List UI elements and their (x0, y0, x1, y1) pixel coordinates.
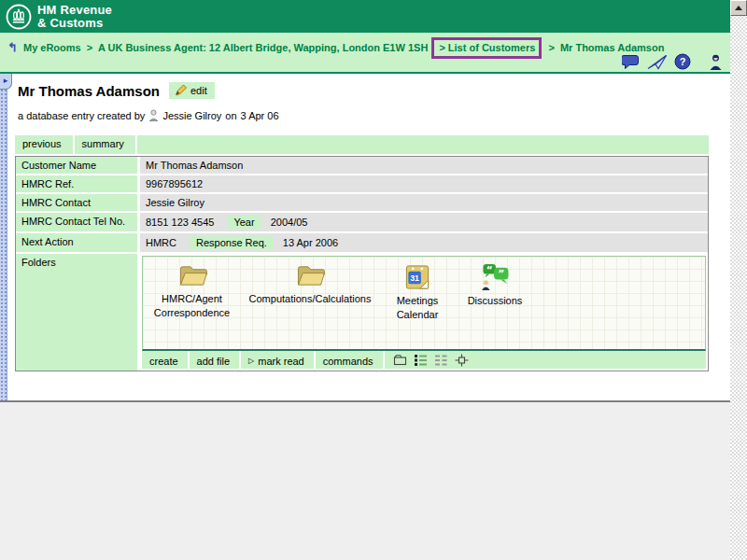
breadcrumb-bar: ↰ My eRooms > A UK Business Agent: 12 Al… (0, 33, 730, 74)
table-row: HMRC Contact Tel No. 8151 123 4545 Year … (16, 213, 708, 233)
folder-label-line2: Correspondence (154, 306, 230, 320)
edit-button-label: edit (190, 85, 207, 96)
crosshair-icon[interactable] (455, 354, 469, 367)
folder-label-line1: HMRC/Agent (154, 292, 230, 306)
folder-label: HMRC/Agent Correspondence (154, 292, 230, 320)
folders-label: Folders (16, 254, 140, 371)
box-view-icon[interactable] (393, 354, 407, 366)
breadcrumb-current-entry[interactable]: Mr Thomas Adamson (560, 42, 664, 53)
field-sub-value: 2004/05 (271, 217, 308, 228)
folder-label-line1: Discussions (468, 294, 523, 308)
title-row: Mr Thomas Adamson edit (18, 82, 712, 99)
hmrc-banner: HM Revenue & Customs (0, 0, 730, 33)
svg-text:”: ” (498, 268, 504, 280)
folder-label-line1: Computations/Calculations (249, 292, 372, 306)
folder-label: Meetings Calendar (397, 294, 439, 322)
breadcrumb-separator: > (545, 42, 557, 53)
folders-canvas: HMRC/Agent Correspondence C (142, 256, 706, 351)
field-label: HMRC Contact Tel No. (16, 213, 140, 231)
svg-text:“: “ (486, 264, 493, 276)
folder-hmrc-agent-correspondence[interactable]: HMRC/Agent Correspondence (143, 263, 241, 320)
folder-label: Computations/Calculations (249, 292, 372, 306)
field-value-cell: HMRC Response Req. 13 Apr 2006 (140, 233, 708, 252)
byline-date: 3 Apr 06 (241, 110, 279, 121)
brand-text: HM Revenue & Customs (37, 4, 112, 30)
top-icon-row: ? (622, 53, 723, 70)
pencil-icon (175, 84, 187, 96)
tab-summary[interactable]: summary (75, 135, 137, 154)
compact-list-icon[interactable] (434, 354, 448, 366)
entry-table: Customer Name Mr Thomas Adamson HMRC Ref… (15, 156, 709, 371)
edit-button[interactable]: edit (169, 82, 215, 99)
page-content: ▸ Mr Thomas Adamson edit a database entr… (0, 74, 730, 400)
folders-area: HMRC/Agent Correspondence C (140, 254, 708, 371)
brand-line1: HM Revenue (37, 4, 112, 17)
mark-read-button[interactable]: ▷ mark read (241, 351, 316, 369)
field-value: 8151 123 4545 (146, 217, 214, 228)
breadcrumb-highlight-box: >List of Customers (431, 37, 542, 59)
calendar-day: 31 (410, 273, 419, 283)
breadcrumb: ↰ My eRooms > A UK Business Agent: 12 Al… (7, 37, 669, 59)
brand-line2: & Customs (37, 17, 112, 30)
view-icon-group (385, 351, 469, 369)
field-value-cell: Mr Thomas Adamson (140, 157, 708, 174)
home-up-arrow-icon[interactable]: ↰ (7, 40, 18, 54)
breadcrumb-separator: > (436, 42, 447, 53)
commands-button[interactable]: commands (316, 351, 385, 369)
eroom-window: HM Revenue & Customs ↰ My eRooms > A UK … (0, 0, 730, 560)
field-sub-label: Year (227, 216, 261, 229)
mark-read-arrow-icon: ▷ (248, 357, 254, 365)
byline: a database entry created by Jessie Gilro… (18, 109, 712, 121)
folder-toolbar: create add file ▷ mark read commands (142, 351, 706, 369)
add-file-button[interactable]: add file (190, 351, 241, 369)
scroll-up-arrow-icon (735, 6, 742, 10)
field-value-cell: Jessie Gilroy (140, 194, 708, 211)
create-button[interactable]: create (142, 351, 190, 369)
field-sub-label: Response Req. (190, 236, 274, 249)
field-label: Next Action (16, 233, 140, 252)
field-label: Customer Name (16, 157, 140, 174)
calendar-icon: 31 (404, 263, 430, 290)
detail-list-icon[interactable] (414, 354, 428, 366)
field-value: HMRC (146, 237, 176, 248)
mark-read-label: mark read (258, 356, 304, 367)
scroll-up-button[interactable] (730, 0, 747, 16)
member-icon[interactable] (709, 53, 723, 70)
desktop-background (0, 400, 730, 560)
folder-icon (176, 263, 208, 288)
help-icon[interactable]: ? (674, 53, 691, 70)
table-row: HMRC Contact Jessie Gilroy (16, 194, 708, 213)
vertical-scrollbar[interactable] (730, 0, 747, 560)
byline-author[interactable]: Jessie Gilroy (162, 110, 221, 121)
field-label: HMRC Contact (16, 194, 140, 211)
byline-connector: on (225, 110, 236, 121)
author-person-icon (148, 109, 159, 121)
field-label: HMRC Ref. (16, 175, 140, 192)
send-plane-icon[interactable] (647, 54, 668, 70)
margin-collapse-handle[interactable]: ▸ (0, 74, 12, 90)
breadcrumb-my-erooms[interactable]: My eRooms (23, 42, 81, 53)
folder-label-line1: Meetings (397, 294, 439, 308)
margin-strip (0, 74, 7, 400)
tab-previous[interactable]: previous (15, 135, 75, 154)
crown-logo-icon (5, 3, 33, 31)
field-value: Mr Thomas Adamson (146, 160, 243, 171)
folder-computations-calculations[interactable]: Computations/Calculations (236, 263, 384, 306)
field-sub-value: 13 Apr 2006 (283, 237, 338, 248)
folder-meetings-calendar[interactable]: 31 Meetings Calendar (382, 263, 453, 322)
folder-label-line2: Calendar (397, 308, 439, 322)
table-row: Customer Name Mr Thomas Adamson (16, 157, 708, 175)
folder-icon (294, 263, 326, 288)
folder-discussions[interactable]: “ ” Discussions (455, 263, 535, 308)
field-value-cell: 8151 123 4545 Year 2004/05 (140, 213, 708, 231)
field-value: Jessie Gilroy (146, 197, 204, 208)
table-row: HMRC Ref. 9967895612 (16, 175, 708, 194)
breadcrumb-agent[interactable]: A UK Business Agent: 12 Albert Bridge, W… (98, 42, 428, 53)
table-row: Next Action HMRC Response Req. 13 Apr 20… (16, 233, 708, 254)
svg-text:?: ? (680, 56, 686, 67)
tab-bar: previous summary (15, 135, 709, 154)
breadcrumb-list-of-customers[interactable]: List of Customers (448, 42, 536, 53)
chat-bubble-icon[interactable] (622, 54, 641, 70)
field-value: 9967895612 (146, 178, 203, 189)
entry-main: Mr Thomas Adamson edit a database entry … (15, 74, 712, 371)
